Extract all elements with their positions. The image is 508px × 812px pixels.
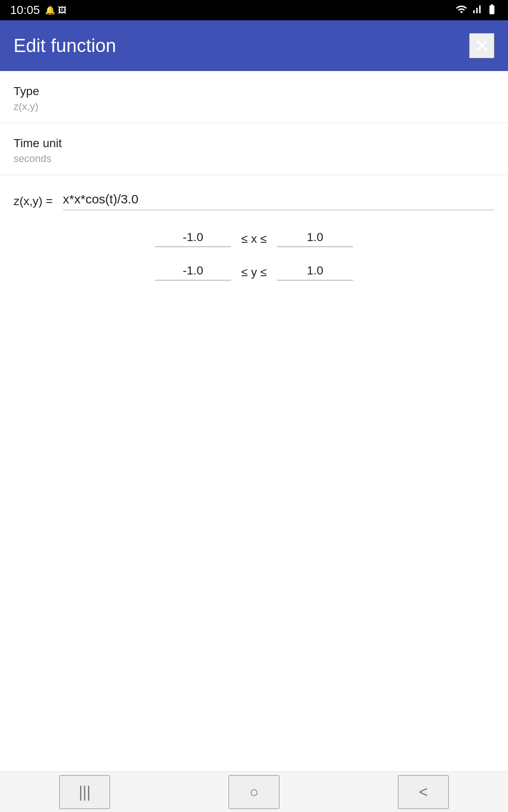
home-button[interactable]: ○ bbox=[229, 775, 279, 809]
time-unit-value[interactable]: seconds bbox=[14, 153, 494, 175]
notification-icon: 🔔 bbox=[45, 5, 55, 15]
x-max-wrapper bbox=[277, 230, 353, 247]
x-operator: ≤ x ≤ bbox=[241, 232, 267, 246]
content-area: Type z(x,y) Time unit seconds z(x,y) = ≤… bbox=[0, 71, 508, 771]
screenshot-icon: 🖼 bbox=[58, 5, 66, 15]
time-unit-section: Time unit seconds bbox=[0, 123, 508, 175]
y-max-wrapper bbox=[277, 264, 353, 280]
wifi-icon bbox=[456, 3, 467, 17]
recent-apps-icon: ||| bbox=[79, 783, 91, 801]
y-min-input[interactable] bbox=[155, 264, 231, 277]
back-button[interactable]: < bbox=[398, 775, 449, 809]
status-bar-left: 10:05 🔔 🖼 bbox=[10, 3, 66, 17]
y-max-input[interactable] bbox=[277, 264, 353, 277]
home-icon: ○ bbox=[249, 783, 259, 801]
x-min-wrapper bbox=[155, 230, 231, 247]
recent-apps-button[interactable]: ||| bbox=[59, 775, 110, 809]
content-spacer bbox=[0, 311, 508, 771]
y-min-wrapper bbox=[155, 264, 231, 280]
y-operator: ≤ y ≤ bbox=[241, 266, 267, 279]
range-section: ≤ x ≤ ≤ y ≤ bbox=[0, 210, 508, 311]
back-icon: < bbox=[419, 783, 428, 801]
type-section: Type z(x,y) bbox=[0, 71, 508, 123]
time-unit-label: Time unit bbox=[14, 137, 494, 150]
type-label: Type bbox=[14, 85, 494, 98]
close-button[interactable]: ✕ bbox=[469, 33, 494, 58]
app-bar: Edit function ✕ bbox=[0, 20, 508, 71]
signal-icon bbox=[471, 3, 483, 17]
battery-icon bbox=[486, 3, 498, 17]
page-title: Edit function bbox=[14, 35, 116, 56]
type-value[interactable]: z(x,y) bbox=[14, 101, 494, 123]
equation-section: z(x,y) = bbox=[0, 175, 508, 210]
x-min-input[interactable] bbox=[155, 230, 231, 244]
status-time: 10:05 bbox=[10, 3, 40, 17]
x-range-row: ≤ x ≤ bbox=[14, 230, 494, 247]
equation-input[interactable] bbox=[63, 192, 494, 206]
x-max-input[interactable] bbox=[277, 230, 353, 244]
status-bar: 10:05 🔔 🖼 bbox=[0, 0, 508, 20]
equation-label: z(x,y) = bbox=[14, 195, 53, 208]
status-icons-left: 🔔 🖼 bbox=[45, 5, 66, 15]
equation-input-wrapper bbox=[63, 192, 494, 210]
status-icons-right bbox=[456, 3, 498, 17]
y-range-row: ≤ y ≤ bbox=[14, 264, 494, 280]
nav-bar: ||| ○ < bbox=[0, 771, 508, 812]
